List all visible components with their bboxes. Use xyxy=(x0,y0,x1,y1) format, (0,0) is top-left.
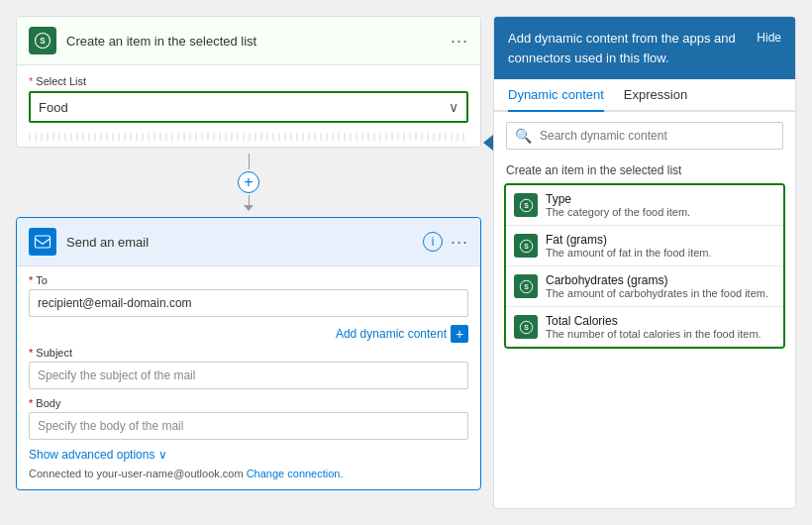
section-title: Create an item in the selected list xyxy=(494,159,795,183)
item-icon-svg: S xyxy=(519,239,534,254)
search-icon: 🔍 xyxy=(515,128,532,144)
dynamic-item[interactable]: S Type The category of the food item. xyxy=(506,185,783,226)
outlook-svg xyxy=(34,233,51,251)
email-card-title: Send an email xyxy=(66,235,423,250)
tabs-row: Dynamic content Expression xyxy=(494,79,795,112)
item-text-block: Carbohydrates (grams) The amount of carb… xyxy=(546,273,768,299)
tab-dynamic-content[interactable]: Dynamic content xyxy=(508,79,604,112)
to-input[interactable]: recipient@email-domain.com xyxy=(29,289,468,317)
body-field-row: * Body Specify the body of the mail xyxy=(29,397,468,440)
item-sharepoint-icon: S xyxy=(514,315,538,339)
email-card-menu[interactable]: ··· xyxy=(451,232,468,253)
connector-line-top xyxy=(249,154,250,169)
item-name: Type xyxy=(546,192,690,206)
create-item-header: S Create an item in the selected list ··… xyxy=(17,17,480,65)
right-panel-header: Add dynamic content from the apps and co… xyxy=(494,17,795,79)
item-text-block: Type The category of the food item. xyxy=(546,192,690,218)
dynamic-item[interactable]: S Total Calories The number of total cal… xyxy=(506,307,783,347)
subject-field-row: * Subject Specify the subject of the mai… xyxy=(29,347,468,389)
send-email-card: Send an email i ··· * To recipient@email… xyxy=(16,217,481,490)
create-item-body: * Select List Food ∨ xyxy=(17,65,480,133)
item-name: Fat (grams) xyxy=(546,233,712,247)
show-advanced-label: Show advanced options xyxy=(29,448,154,462)
item-sharepoint-icon: S xyxy=(514,193,538,217)
subject-input[interactable]: Specify the subject of the mail xyxy=(29,362,468,389)
hide-button[interactable]: Hide xyxy=(757,31,781,45)
create-item-menu[interactable]: ··· xyxy=(451,31,468,52)
email-card-body: * To recipient@email-domain.com Add dyna… xyxy=(17,266,480,489)
tab-expression[interactable]: Expression xyxy=(624,79,687,112)
connected-text: Connected to your-user-name@outlook.com … xyxy=(29,468,468,479)
item-name: Carbohydrates (grams) xyxy=(546,273,768,287)
add-dynamic-row: Add dynamic content + xyxy=(29,325,468,343)
tab-dynamic-label: Dynamic content xyxy=(508,87,604,102)
item-sharepoint-icon: S xyxy=(514,274,538,298)
to-label: * To xyxy=(29,274,468,286)
right-panel-wrapper: Add dynamic content from the apps and co… xyxy=(493,16,796,509)
to-field-row: * To recipient@email-domain.com xyxy=(29,274,468,317)
connected-label: Connected to your-user-name@outlook.com xyxy=(29,468,244,479)
select-list-value: Food xyxy=(39,100,68,115)
change-connection-link[interactable]: Change connection. xyxy=(247,468,344,479)
item-name: Total Calories xyxy=(546,314,761,328)
item-icon-svg: S xyxy=(519,279,534,294)
item-description: The amount of carbohydrates in the food … xyxy=(546,287,768,299)
right-header-text: Add dynamic content from the apps and co… xyxy=(508,29,747,67)
subject-label: * Subject xyxy=(29,347,468,359)
add-step-button[interactable]: + xyxy=(238,171,259,193)
add-dynamic-label: Add dynamic content xyxy=(336,327,447,341)
dynamic-items-list: S Type The category of the food item. S … xyxy=(504,183,785,349)
body-input[interactable]: Specify the body of the mail xyxy=(29,412,468,440)
connector-line-bottom xyxy=(249,195,250,205)
chevron-down-icon-2: ∨ xyxy=(158,448,167,462)
add-connector: + xyxy=(16,148,481,217)
info-icon[interactable]: i xyxy=(423,232,443,252)
dynamic-item[interactable]: S Fat (grams) The amount of fat in the f… xyxy=(506,226,783,266)
svg-text:S: S xyxy=(524,243,529,250)
select-list-label: * Select List xyxy=(29,75,468,87)
svg-text:S: S xyxy=(524,283,529,290)
add-dynamic-icon: + xyxy=(451,325,468,343)
tab-expression-label: Expression xyxy=(624,87,687,102)
sharepoint-svg: S xyxy=(34,32,51,50)
svg-text:S: S xyxy=(524,202,529,209)
search-input[interactable] xyxy=(540,129,774,143)
arrow-down-icon xyxy=(244,205,254,211)
panel-arrow-icon xyxy=(483,135,493,151)
chevron-down-icon: ∨ xyxy=(449,99,458,115)
dynamic-content-panel: Add dynamic content from the apps and co… xyxy=(493,16,796,509)
item-description: The amount of fat in the food item. xyxy=(546,247,712,259)
email-card-header: Send an email i ··· xyxy=(17,218,480,266)
search-box[interactable]: 🔍 xyxy=(506,122,783,150)
show-advanced-button[interactable]: Show advanced options ∨ xyxy=(29,448,468,462)
item-sharepoint-icon: S xyxy=(514,234,538,258)
dynamic-item[interactable]: S Carbohydrates (grams) The amount of ca… xyxy=(506,266,783,307)
create-item-card: S Create an item in the selected list ··… xyxy=(16,16,481,148)
svg-text:S: S xyxy=(40,37,46,46)
svg-text:S: S xyxy=(524,324,529,331)
item-text-block: Fat (grams) The amount of fat in the foo… xyxy=(546,233,712,259)
item-icon-svg: S xyxy=(519,320,534,335)
sharepoint-icon: S xyxy=(29,27,56,54)
create-item-title: Create an item in the selected list xyxy=(66,34,451,49)
item-description: The number of total calories in the food… xyxy=(546,328,761,340)
drag-handle xyxy=(29,133,468,141)
select-list-dropdown[interactable]: Food ∨ xyxy=(29,91,468,123)
svg-rect-2 xyxy=(36,236,51,248)
item-text-block: Total Calories The number of total calor… xyxy=(546,314,761,340)
item-icon-svg: S xyxy=(519,198,534,213)
outlook-icon xyxy=(29,228,56,256)
add-dynamic-content-button[interactable]: Add dynamic content + xyxy=(336,325,468,343)
left-panel: S Create an item in the selected list ··… xyxy=(16,16,481,509)
item-description: The category of the food item. xyxy=(546,206,690,218)
body-label: * Body xyxy=(29,397,468,409)
